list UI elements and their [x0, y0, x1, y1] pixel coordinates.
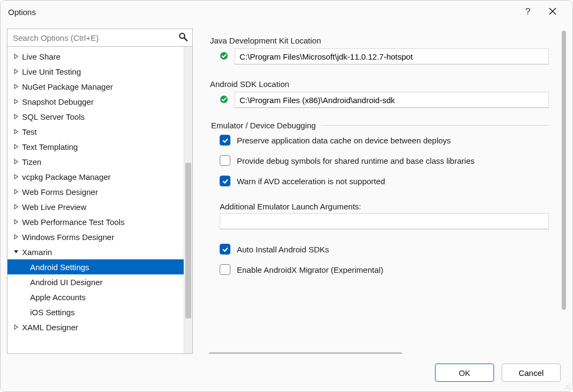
- emulator-args-label: Additional Emulator Launch Arguments:: [220, 202, 549, 211]
- warn-avd-checkbox[interactable]: [220, 176, 230, 186]
- emulator-group-label: Emulator / Device Debugging: [210, 121, 321, 130]
- chevron-right-icon[interactable]: [13, 204, 19, 210]
- settings-panel: Java Development Kit Location Android SD…: [209, 28, 566, 354]
- ok-button[interactable]: OK: [435, 364, 494, 382]
- sdk-path-row: [210, 92, 549, 108]
- close-icon: [549, 8, 556, 17]
- close-button[interactable]: [540, 1, 565, 23]
- tree-item[interactable]: SQL Server Tools: [8, 109, 192, 124]
- tree-item-label: Web Live Preview: [22, 202, 86, 212]
- chevron-right-icon[interactable]: [13, 324, 19, 330]
- settings-scrollbar[interactable]: [562, 28, 566, 354]
- tree-item[interactable]: XAML Designer: [8, 320, 192, 335]
- svg-point-7: [567, 386, 568, 387]
- svg-line-3: [184, 38, 187, 40]
- sdk-path-input[interactable]: [235, 92, 549, 108]
- jdk-path-row: [210, 48, 549, 64]
- preserve-cache-row[interactable]: Preserve application data cache on devic…: [210, 130, 549, 150]
- tree-scrollbar-thumb[interactable]: [185, 163, 191, 318]
- debug-symbols-label: Provide debug symbols for shared runtime…: [237, 156, 475, 165]
- chevron-down-icon[interactable]: [13, 249, 19, 255]
- debug-symbols-checkbox[interactable]: [220, 155, 230, 166]
- chevron-right-icon[interactable]: [13, 144, 19, 150]
- svg-point-8: [569, 386, 570, 387]
- tree-item-label: Android Settings: [30, 263, 89, 272]
- tree-item[interactable]: Live Unit Testing: [8, 64, 192, 79]
- settings-scrollbar-thumb[interactable]: [562, 31, 566, 310]
- chevron-right-icon[interactable]: [13, 159, 19, 165]
- tree-item-label: Android UI Designer: [30, 278, 103, 287]
- svg-point-9: [564, 388, 565, 389]
- debug-symbols-row[interactable]: Provide debug symbols for shared runtime…: [210, 150, 549, 171]
- tree-item-label: Xamarin: [22, 248, 52, 257]
- emulator-group: Emulator / Device Debugging Preserve app…: [210, 121, 549, 280]
- tree-child-item[interactable]: Android Settings: [8, 259, 192, 274]
- svg-point-11: [569, 388, 570, 389]
- emulator-args-input[interactable]: [220, 213, 549, 229]
- search-icon: [178, 32, 188, 43]
- tree-item-label: SQL Server Tools: [22, 112, 85, 121]
- tree-child-item[interactable]: Android UI Designer: [8, 274, 192, 289]
- tree-item[interactable]: Test: [8, 124, 192, 139]
- tree-item[interactable]: Xamarin: [8, 244, 192, 259]
- options-dialog: Options ? Live ShareLive Unit TestingNuG…: [0, 0, 573, 392]
- chevron-right-icon[interactable]: [13, 69, 19, 75]
- auto-install-label: Auto Install Android SDKs: [237, 245, 329, 254]
- tree-item-label: Snapshot Debugger: [22, 97, 93, 106]
- cancel-button[interactable]: Cancel: [502, 364, 561, 382]
- tree-item-label: Live Share: [22, 52, 61, 61]
- settings-hscroll-thumb[interactable]: [209, 352, 402, 354]
- auto-install-row[interactable]: Auto Install Android SDKs: [210, 239, 549, 259]
- warn-avd-row[interactable]: Warn if AVD acceleration is not supporte…: [210, 171, 549, 191]
- tree-item[interactable]: Web Forms Designer: [8, 184, 192, 199]
- tree-child-item[interactable]: iOS Settings: [8, 304, 192, 320]
- resize-grip-icon[interactable]: [563, 382, 570, 389]
- tree-item-label: Apple Accounts: [30, 293, 85, 302]
- chevron-right-icon[interactable]: [13, 129, 19, 135]
- tree-item[interactable]: NuGet Package Manager: [8, 79, 192, 94]
- tree-item-label: Tizen: [22, 157, 41, 166]
- tree-item[interactable]: Web Live Preview: [8, 199, 192, 214]
- sdk-location-label: Android SDK Location: [210, 79, 549, 89]
- chevron-right-icon[interactable]: [13, 54, 19, 60]
- dialog-body: Live ShareLive Unit TestingNuGet Package…: [1, 23, 572, 354]
- tree-item-label: Web Forms Designer: [22, 187, 98, 197]
- tree-item[interactable]: Text Templating: [8, 139, 192, 154]
- titlebar: Options ?: [1, 1, 572, 23]
- chevron-right-icon[interactable]: [13, 114, 19, 120]
- tree-item-label: Live Unit Testing: [22, 67, 81, 76]
- jdk-path-input[interactable]: [235, 48, 549, 64]
- tree-child-item[interactable]: Apple Accounts: [8, 289, 192, 304]
- tree-item[interactable]: Web Performance Test Tools: [8, 214, 192, 229]
- tree-item[interactable]: Live Share: [8, 49, 192, 64]
- svg-point-5: [220, 96, 228, 103]
- chevron-right-icon[interactable]: [13, 84, 19, 90]
- tree-scrollbar[interactable]: [184, 47, 192, 353]
- help-button[interactable]: ?: [516, 1, 540, 23]
- search-box[interactable]: [7, 28, 193, 47]
- tree-item-label: XAML Designer: [22, 323, 78, 332]
- svg-point-4: [220, 52, 228, 60]
- chevron-right-icon[interactable]: [13, 189, 19, 195]
- preserve-cache-checkbox[interactable]: [220, 135, 230, 146]
- dialog-footer: OK Cancel: [1, 354, 572, 391]
- auto-install-checkbox[interactable]: [220, 244, 230, 255]
- chevron-right-icon[interactable]: [13, 174, 19, 180]
- androidx-checkbox[interactable]: [220, 264, 230, 275]
- tree-item[interactable]: Windows Forms Designer: [8, 229, 192, 244]
- tree-item[interactable]: vcpkg Package Manager: [8, 169, 192, 184]
- options-tree: Live ShareLive Unit TestingNuGet Package…: [7, 47, 193, 354]
- tree-item[interactable]: Snapshot Debugger: [8, 94, 192, 109]
- tree-item[interactable]: Tizen: [8, 154, 192, 169]
- warn-avd-label: Warn if AVD acceleration is not supporte…: [237, 177, 385, 186]
- tree-item-label: Windows Forms Designer: [22, 233, 114, 242]
- check-ok-icon: [220, 52, 228, 62]
- chevron-right-icon[interactable]: [13, 219, 19, 225]
- check-ok-icon: [220, 95, 228, 105]
- left-column: Live ShareLive Unit TestingNuGet Package…: [7, 28, 193, 354]
- androidx-row[interactable]: Enable AndroidX Migrator (Experimental): [210, 259, 549, 280]
- chevron-right-icon[interactable]: [13, 99, 19, 105]
- search-input[interactable]: [8, 29, 192, 46]
- jdk-location-label: Java Development Kit Location: [210, 36, 549, 45]
- chevron-right-icon[interactable]: [13, 234, 19, 240]
